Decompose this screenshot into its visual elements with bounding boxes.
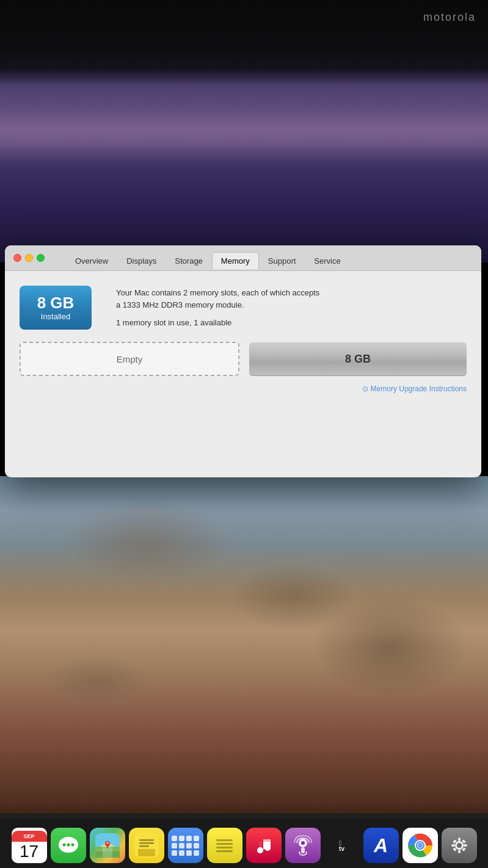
memory-description: Your Mac contains 2 memory slots, each o… (116, 286, 319, 329)
dock-item-chrome[interactable] (402, 828, 438, 863)
slot-filled-label: 8 GB (345, 353, 371, 366)
slot-empty-label: Empty (117, 354, 143, 364)
svg-rect-22 (301, 847, 305, 853)
music-icon (246, 828, 282, 863)
svg-rect-11 (138, 849, 155, 856)
calendar-icon: SEP 17 (12, 828, 47, 863)
tab-overview[interactable]: Overview (66, 252, 117, 269)
svg-point-2 (62, 844, 65, 847)
tab-service[interactable]: Service (305, 252, 349, 269)
memory-slot-filled: 8 GB (249, 342, 467, 376)
brand-watermark: motorola (423, 11, 476, 24)
svg-rect-13 (139, 842, 154, 844)
svg-rect-30 (458, 837, 461, 841)
tab-displays[interactable]: Displays (117, 252, 166, 269)
dock-item-music[interactable] (246, 828, 282, 863)
svg-point-3 (67, 844, 70, 847)
memory-size: 8 GB (37, 294, 75, 312)
wallpaper-bottom (0, 476, 488, 818)
svg-rect-31 (458, 850, 461, 853)
chrome-icon (402, 828, 438, 863)
about-this-mac-window: Overview Displays Storage Memory Support… (5, 245, 481, 477)
memory-slots-row: Empty 8 GB (20, 342, 467, 376)
memory-slot-empty: Empty (20, 342, 239, 376)
top-overlay (0, 0, 488, 85)
svg-rect-33 (464, 844, 467, 847)
calendar-day: 17 (20, 843, 38, 860)
dock-item-notes[interactable] (129, 828, 164, 863)
messages-icon (51, 828, 86, 863)
svg-point-21 (301, 841, 305, 845)
notes-icon (129, 828, 164, 863)
tab-bar: Overview Displays Storage Memory Support… (5, 245, 481, 271)
tab-memory[interactable]: Memory (212, 252, 259, 269)
svg-point-27 (418, 843, 423, 848)
appletv-icon:  tv (324, 828, 360, 863)
instruments-a-icon: A (374, 834, 388, 857)
dock-item-stickies[interactable] (207, 828, 242, 863)
maps-icon (90, 828, 125, 863)
traffic-lights (13, 254, 45, 262)
memory-header-row: 8 GB Installed Your Mac contains 2 memor… (20, 286, 467, 330)
svg-rect-32 (451, 844, 455, 847)
svg-point-29 (457, 843, 462, 848)
window-content: 8 GB Installed Your Mac contains 2 memor… (5, 271, 481, 405)
dock-item-podcasts[interactable] (285, 828, 321, 863)
maximize-button[interactable] (37, 254, 45, 262)
svg-rect-19 (259, 842, 262, 850)
dock-item-launchpad[interactable] (168, 828, 203, 863)
dock-item-calendar[interactable]: SEP 17 (12, 828, 47, 863)
memory-slot-status: 1 memory slot in use, 1 available (116, 317, 319, 329)
dock-item-settings[interactable] (442, 828, 477, 863)
dock-item-maps[interactable] (90, 828, 125, 863)
stickies-icon (207, 828, 242, 863)
memory-badge: 8 GB Installed (20, 286, 92, 330)
dock-item-instruments[interactable]: A (363, 828, 399, 863)
launchpad-icon (168, 828, 203, 863)
upgrade-link-text: Memory Upgrade Instructions (371, 385, 467, 393)
memory-desc-line2: a 1333 MHz DDR3 memory module. (116, 299, 319, 311)
close-button[interactable] (13, 254, 21, 262)
settings-icon (442, 828, 477, 863)
svg-rect-14 (139, 845, 149, 847)
tab-storage[interactable]: Storage (166, 252, 212, 269)
podcasts-icon (285, 828, 321, 863)
dock-item-messages[interactable] (51, 828, 86, 863)
calendar-month: SEP (12, 831, 47, 842)
svg-point-4 (71, 844, 74, 847)
svg-rect-12 (139, 839, 154, 841)
tab-support[interactable]: Support (259, 252, 305, 269)
dock-item-appletv[interactable]:  tv (324, 828, 360, 863)
dock: SEP 17 (0, 813, 488, 868)
memory-installed-label: Installed (41, 312, 70, 321)
appletv-label: tv (339, 845, 344, 852)
upgrade-link[interactable]: Memory Upgrade Instructions (20, 385, 467, 393)
minimize-button[interactable] (25, 254, 33, 262)
memory-desc-line1: Your Mac contains 2 memory slots, each o… (116, 287, 319, 299)
instruments-icon: A (363, 828, 399, 863)
